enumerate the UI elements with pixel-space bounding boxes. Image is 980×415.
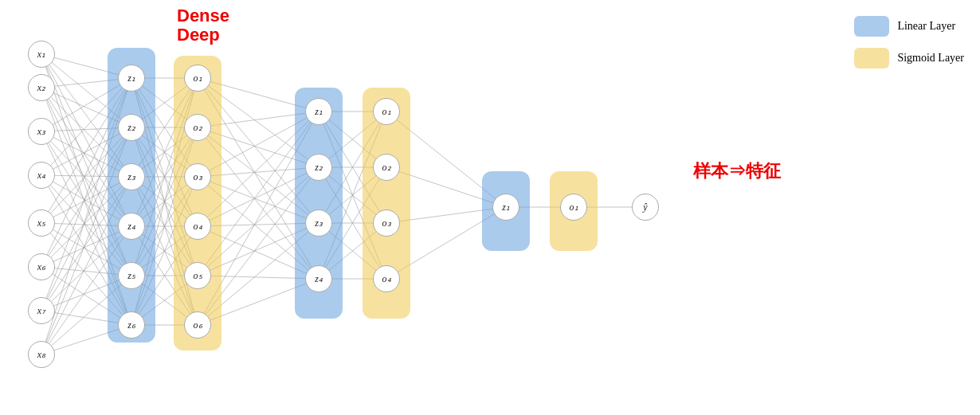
l2-node-1: o₂ [184,114,211,141]
sample-feature-annotation: 样本⇒特征 [693,159,781,183]
sigmoid-layer-1 [174,56,221,350]
l3-node-3: z₄ [305,265,332,292]
l4-node-0: o₁ [373,98,400,125]
l1-node-0: z₁ [118,65,145,92]
input-node-0: x₁ [28,41,55,68]
l6-node-0: o₁ [560,194,587,221]
l5-node-0: z₁ [492,194,519,221]
l3-node-1: z₂ [305,154,332,181]
l2-node-4: o₅ [184,262,211,289]
l2-node-2: o₃ [184,163,211,190]
dense-deep-annotation: DenseDeep [177,6,229,45]
l3-node-2: z₃ [305,209,332,237]
l4-node-2: o₃ [373,209,400,237]
l3-node-0: z₁ [305,98,332,125]
input-node-2: x₃ [28,118,55,145]
input-node-7: x₈ [28,341,55,368]
l4-node-1: o₂ [373,154,400,181]
input-node-1: x₂ [28,74,55,101]
l2-node-5: o₆ [184,311,211,339]
input-node-3: x₄ [28,162,55,189]
l1-node-2: z₃ [118,163,145,190]
l2-node-0: o₁ [184,65,211,92]
l1-node-4: z₅ [118,262,145,289]
l1-node-1: z₂ [118,114,145,141]
input-node-4: x₅ [28,209,55,237]
input-node-6: x₇ [28,297,55,324]
l1-node-5: z₆ [118,311,145,339]
linear-layer-1 [108,48,155,343]
l2-node-3: o₄ [184,213,211,240]
output-node-0: ŷ [632,194,659,221]
l1-node-3: z₄ [118,213,145,240]
l4-node-3: o₄ [373,265,400,292]
input-node-5: x₆ [28,253,55,280]
